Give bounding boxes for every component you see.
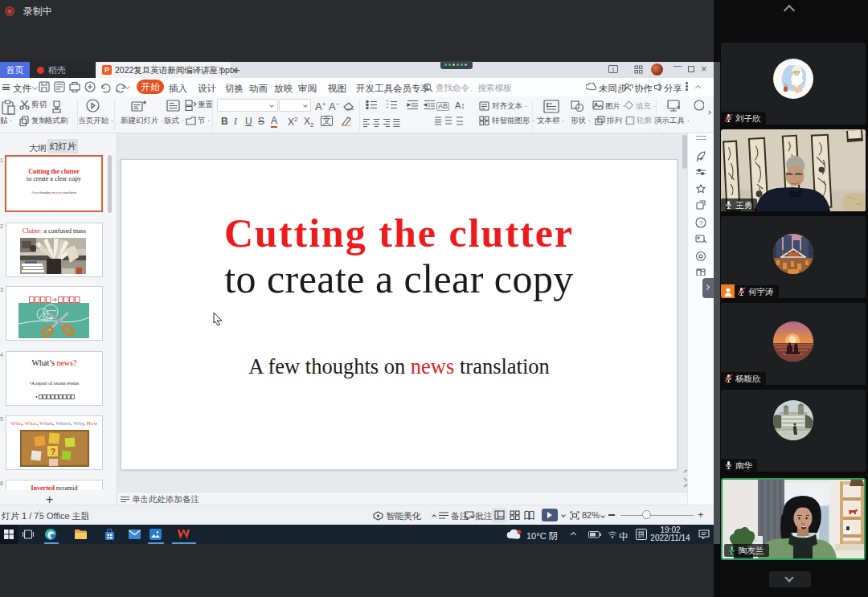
svg-text:?: ? [699, 219, 703, 227]
svg-text:?: ? [51, 448, 55, 456]
